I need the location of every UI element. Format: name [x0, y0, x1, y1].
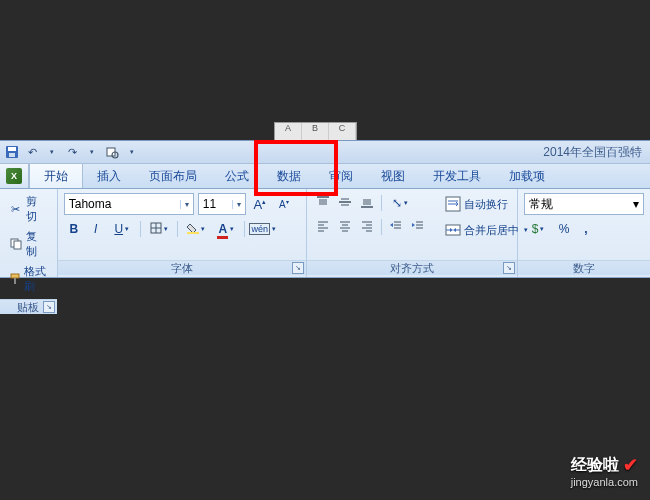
watermark: 经验啦 ✔ jingyanla.com	[571, 454, 638, 488]
group-label-number: 数字	[518, 260, 650, 275]
tab-formula[interactable]: 公式	[211, 164, 263, 188]
ribbon-tabs: X 开始 插入 页面布局 公式 数据 审阅 视图 开发工具 加载项	[0, 164, 650, 189]
save-icon[interactable]	[4, 144, 20, 160]
separator	[381, 195, 382, 211]
separator	[244, 221, 245, 237]
align-bottom-button[interactable]	[357, 193, 377, 213]
col-header: C	[329, 123, 356, 141]
svg-rect-2	[9, 153, 15, 157]
svg-rect-8	[14, 278, 16, 284]
col-header: B	[302, 123, 329, 141]
chevron-down-icon: ▾	[232, 200, 241, 209]
increase-indent-icon	[412, 220, 424, 235]
font-color-button[interactable]: A ▾	[212, 219, 240, 239]
merge-label: 合并后居中	[464, 223, 519, 238]
align-right-button[interactable]	[357, 217, 377, 237]
shrink-font-button[interactable]: A▾	[274, 194, 294, 214]
percent-icon: %	[559, 222, 570, 236]
chevron-down-icon: ▾	[180, 200, 189, 209]
group-number: 常规 ▾ $▾ % , 数字	[518, 189, 650, 277]
format-painter-button[interactable]: 格式刷	[6, 263, 51, 295]
svg-rect-7	[11, 274, 19, 278]
dialog-launcher-icon[interactable]: ↘	[292, 262, 304, 274]
tab-review[interactable]: 审阅	[315, 164, 367, 188]
align-middle-icon	[339, 196, 351, 211]
shrink-font-icon: A▾	[279, 198, 289, 210]
tab-home[interactable]: 开始	[29, 164, 83, 188]
scissors-icon: ✂	[9, 202, 23, 216]
align-top-button[interactable]	[313, 193, 333, 213]
percent-button[interactable]: %	[554, 219, 574, 239]
separator	[381, 219, 382, 235]
chevron-down-icon: ▾	[201, 225, 205, 233]
copy-button[interactable]: 复制	[6, 228, 51, 260]
italic-button[interactable]: I	[86, 219, 106, 239]
watermark-text: 经验啦	[571, 455, 619, 476]
chevron-down-icon: ▾	[230, 225, 234, 233]
decrease-indent-icon	[390, 220, 402, 235]
undo-icon[interactable]: ↶	[24, 144, 40, 160]
currency-button[interactable]: $▾	[524, 219, 552, 239]
tab-data[interactable]: 数据	[263, 164, 315, 188]
wrap-text-icon	[445, 196, 461, 212]
orientation-button[interactable]: ⤡▾	[386, 193, 414, 213]
dialog-launcher-icon[interactable]: ↘	[503, 262, 515, 274]
align-middle-button[interactable]	[335, 193, 355, 213]
tab-layout[interactable]: 页面布局	[135, 164, 211, 188]
chevron-down-icon: ▾	[404, 199, 408, 207]
dropdown-icon[interactable]: ▾	[84, 144, 100, 160]
group-label-align: 对齐方式 ↘	[307, 260, 517, 275]
checkmark-icon: ✔	[623, 454, 638, 476]
bold-icon: B	[69, 222, 78, 236]
tab-view[interactable]: 视图	[367, 164, 419, 188]
dropdown-icon[interactable]: ▾	[44, 144, 60, 160]
align-left-button[interactable]	[313, 217, 333, 237]
fill-color-button[interactable]: ▾	[182, 219, 210, 239]
chevron-down-icon: ▾	[540, 225, 544, 233]
group-font: Tahoma ▾ 11 ▾ A▴ A▾ B I U▾	[58, 189, 307, 277]
redo-icon[interactable]: ↷	[64, 144, 80, 160]
excel-window: ↶ ▾ ↷ ▾ ▾ 2014年全国百强特 X 开始 插入 页面布局 公式 数据 …	[0, 140, 650, 278]
col-header: A	[275, 123, 302, 141]
office-button[interactable]: X	[0, 164, 29, 188]
bold-button[interactable]: B	[64, 219, 84, 239]
font-name-value: Tahoma	[69, 197, 112, 211]
tab-dev[interactable]: 开发工具	[419, 164, 495, 188]
group-alignment: ⤡▾ 自动换行	[307, 189, 518, 277]
chevron-down-icon: ▾	[272, 225, 276, 233]
quick-access-toolbar: ↶ ▾ ↷ ▾ ▾	[4, 144, 140, 160]
font-size-combo[interactable]: 11 ▾	[198, 193, 246, 215]
qat-customize-icon[interactable]: ▾	[124, 144, 140, 160]
tab-insert[interactable]: 插入	[83, 164, 135, 188]
svg-rect-1	[8, 147, 16, 151]
chevron-down-icon: ▾	[164, 225, 168, 233]
italic-icon: I	[94, 222, 97, 236]
phonetic-button[interactable]: wén ▾	[249, 219, 277, 239]
wrap-label: 自动换行	[464, 197, 508, 212]
align-center-button[interactable]	[335, 217, 355, 237]
copy-icon	[9, 237, 23, 251]
decrease-indent-button[interactable]	[386, 217, 406, 237]
align-center-icon	[339, 220, 351, 235]
number-format-value: 常规	[529, 196, 553, 213]
cut-label: 剪切	[26, 194, 48, 224]
document-title: 2014年全国百强特	[543, 144, 646, 161]
orientation-icon: ⤡	[392, 196, 402, 210]
font-name-combo[interactable]: Tahoma ▾	[64, 193, 194, 215]
underline-icon: U	[114, 222, 123, 236]
chevron-down-icon: ▾	[125, 225, 129, 233]
number-format-combo[interactable]: 常规 ▾	[524, 193, 644, 215]
comma-icon: ,	[584, 222, 587, 236]
paintbrush-icon	[9, 272, 21, 286]
underline-button[interactable]: U▾	[108, 219, 136, 239]
comma-button[interactable]: ,	[576, 219, 596, 239]
cut-button[interactable]: ✂ 剪切	[6, 193, 51, 225]
dialog-launcher-icon[interactable]: ↘	[43, 301, 55, 313]
copy-label: 复制	[26, 229, 48, 259]
grow-font-button[interactable]: A▴	[250, 194, 270, 214]
print-preview-icon[interactable]	[104, 144, 120, 160]
border-icon	[150, 222, 162, 237]
border-button[interactable]: ▾	[145, 219, 173, 239]
increase-indent-button[interactable]	[408, 217, 428, 237]
tab-addin[interactable]: 加载项	[495, 164, 559, 188]
